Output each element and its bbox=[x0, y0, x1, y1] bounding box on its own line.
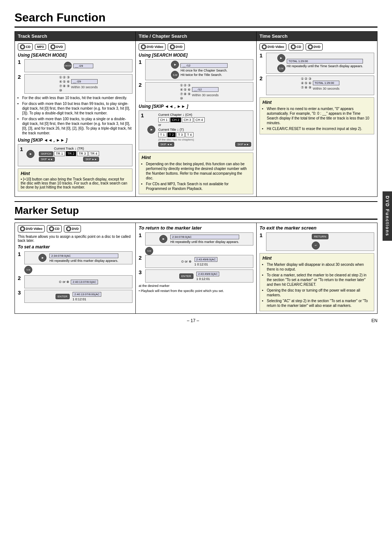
skip-next-btn2: SKIP ►► bbox=[235, 142, 251, 147]
dvd-badge4: DVD bbox=[64, 225, 81, 232]
time-step1-img: ▶ S.M TOTAL 1:29:00 Hit repeatedly until… bbox=[266, 53, 374, 74]
return-step2-time: 1 0:12:01 bbox=[195, 263, 218, 266]
marker-return-col: To return to the marker later 1 ▶ 2:34:0… bbox=[136, 223, 257, 313]
marker-step3-time: 1 0:12:01 bbox=[73, 297, 101, 301]
return-marker-heading: To return to the marker later bbox=[139, 225, 253, 231]
title-skip-heading: Using [SKIP ◄◄ , ►► ] bbox=[139, 104, 253, 109]
title-skip-area: 1 ▶ Current Chapter ↓ (CH) CH 1 bbox=[139, 110, 253, 150]
mp3-badge: MP3 bbox=[35, 44, 46, 50]
marker-set-step3-display: 2:40:13:07/8:00(AC bbox=[73, 292, 101, 297]
return-step1-note: Hit repeatedly until this marker display… bbox=[170, 240, 239, 244]
track-step2: 2 ① ② ③ ④ ⑤ ⑥ ⑦ ⑧ ⑨ bbox=[18, 74, 132, 94]
time-hint-bullets: When there is no need to enter a number,… bbox=[262, 106, 371, 131]
dvd-badge: DVD bbox=[48, 43, 65, 50]
marker-cols: DVD Video CD DVD This feature allows you… bbox=[15, 223, 377, 314]
play-btn-marker1: ▶ bbox=[38, 254, 46, 262]
skip-prev-btn: SKIP ◄◄ bbox=[39, 157, 55, 162]
play-btn-title2: ▶ bbox=[147, 126, 155, 134]
return-step1-display: 2:34:07/8:0(AC bbox=[170, 235, 239, 239]
playback-note: • Playback will restart from the specifi… bbox=[139, 289, 253, 293]
marker-set-col: DVD Video CD DVD This feature allows you… bbox=[15, 223, 136, 313]
skip-ch-btn: SKIP/CH bbox=[39, 151, 53, 156]
title-hint-bullets: Depending on the disc being played, this… bbox=[142, 162, 250, 191]
time-within-note: Within 30 seconds bbox=[313, 87, 340, 90]
t-track-row: T 1 T 2 T 3 T 4 bbox=[158, 132, 251, 137]
title-step2-img: ① ② ③ ④ ⑤ ⑥ ⑦ ⑧ ⑨ ⑩ __ /12 Within 30 sec… bbox=[145, 82, 253, 102]
time-search-media-icons: DVD Video CD DVD bbox=[260, 43, 374, 50]
title-chapter-body: DVD Video DVD Using [SEARCH MODE] 1 ▶ S.… bbox=[136, 41, 256, 196]
track-search-header: Track Search bbox=[15, 32, 135, 41]
track-skip-area: 1 ▶ Current Track ↓ (TR) SKIP/CH bbox=[18, 144, 132, 166]
or-label: or bbox=[158, 123, 251, 127]
marker-intro: This feature allows you to assign a spec… bbox=[18, 235, 132, 243]
play-btn-title1: ▶ bbox=[171, 61, 179, 69]
dvd-disc-icon2 bbox=[170, 44, 175, 49]
marker-return-step3: 3 ENTER 2:43:49/8:0(AC 1 0:12:01 bbox=[139, 269, 253, 283]
track-bullets: For the disc with less than 10 tracks, h… bbox=[18, 96, 132, 135]
marker-set-step3: 3 ENTER 2:40:13:07/8:00(AC 1 0:12:01 bbox=[18, 290, 132, 303]
current-ch-label: Current Chapter ↓ (CH) bbox=[158, 113, 251, 117]
return-step3-display: 2:43:49/8:0(AC bbox=[196, 272, 220, 276]
return-round-btn: ↩ bbox=[312, 241, 320, 249]
track-step2-display: __ /29 bbox=[71, 79, 98, 84]
skip-next-btn: SKIP ►► bbox=[83, 157, 99, 162]
title-step1-img: ▶ S.M __ /12 Hit once for the Chapter Se… bbox=[145, 59, 253, 80]
marker-set-step1-note: Hit repeatedly until this marker display… bbox=[49, 259, 118, 263]
dvd-badge3: DVD bbox=[306, 43, 323, 50]
dvdv-disc-icon bbox=[141, 44, 146, 49]
page-title: Search Function bbox=[15, 11, 377, 28]
return-btn-exit: RETURN bbox=[312, 234, 328, 239]
title-chapter-header: Title / Chapter Search bbox=[136, 32, 256, 41]
marker-return-step2: 2 ⊙ or ⊕ 2:43:49/8:0(AC 1 0:12:01 bbox=[139, 255, 253, 268]
track-search-mode-heading: Using [SEARCH MODE] bbox=[18, 53, 132, 58]
title-chapter-col: Title / Chapter Search DVD Video DVD Usi… bbox=[136, 32, 257, 196]
return-step3-time: 1 0:12:01 bbox=[196, 277, 220, 281]
search-mode-btn: S.MODE bbox=[64, 62, 72, 70]
dvd-disc-icon3 bbox=[308, 44, 313, 49]
ch-track-row: CH 1 CH 2 CH 3 CH 4 bbox=[158, 117, 251, 122]
time-step2-display: TOTAL 1:29:00 bbox=[313, 81, 340, 85]
current-track-label: Current Track ↓ (TR) bbox=[39, 146, 99, 150]
dvdv-badge2: DVD Video bbox=[260, 43, 286, 50]
dvd-disc-icon bbox=[50, 44, 56, 49]
play-btn-time1: ▶ bbox=[277, 54, 285, 62]
time-search-header: Time Search bbox=[257, 32, 377, 41]
time-hint: Hint When there is no need to enter a nu… bbox=[260, 97, 374, 134]
time-step2-img: ① ② ③ ④ ⑤ ⑥ ⑦ ⑧ ⑨ TOTAL 1:29:00 Within 3… bbox=[266, 76, 374, 95]
track-hint-title: Hint bbox=[21, 171, 130, 176]
time-search-col: Time Search DVD Video CD DVD 1 bbox=[257, 32, 377, 196]
side-tab: DVD Functions bbox=[383, 191, 392, 241]
title-chapter-mode-heading: Using [SEARCH MODE] bbox=[139, 53, 253, 58]
cd-badge2: CD bbox=[289, 43, 303, 50]
title-hint: Hint Depending on the disc being played,… bbox=[139, 153, 253, 194]
title-step1-display: __ /12 bbox=[180, 63, 227, 68]
track-step2-img: ① ② ③ ④ ⑤ ⑥ ⑦ ⑧ ⑨ ⑩ bbox=[24, 74, 132, 94]
set-marker-heading: To set a marker bbox=[18, 244, 132, 249]
cd-badge3: CD bbox=[47, 225, 62, 232]
track-hint-text: • [+10] button can also bring the Track … bbox=[21, 177, 130, 189]
marker-return-step1: 1 ▶ 2:34:07/8:0(AC Hit repeatedly until … bbox=[139, 232, 253, 245]
cd-disc-icon bbox=[20, 44, 25, 49]
search-mode-btn-return: S.M bbox=[145, 247, 153, 255]
within-note: Within 30 seconds bbox=[71, 85, 98, 89]
cd-badge: CD bbox=[18, 43, 33, 50]
search-mode-btn2: S.M bbox=[171, 71, 179, 79]
play-btn-track: ▶ bbox=[26, 150, 34, 158]
marker-exit-col: To exit the marker screen 1 RETURN ↩ Hin… bbox=[257, 223, 377, 313]
track-step1: 1 S.MODE __ /29 bbox=[18, 59, 132, 72]
marker-media-icons: DVD Video CD DVD bbox=[18, 225, 132, 232]
marker-section: Marker Setup DVD Video CD DVD This featu… bbox=[15, 205, 377, 314]
marker-exit-step1: 1 RETURN ↩ bbox=[260, 232, 374, 251]
title-step2-display: __ /12 bbox=[192, 87, 219, 92]
track-step1-img: S.MODE __ /29 bbox=[24, 59, 132, 72]
exit-hint-bullets: The Marker display will disappear in abo… bbox=[262, 262, 371, 308]
track-hint: Hint • [+10] button can also bring the T… bbox=[18, 169, 132, 191]
page-footer: – 17 – EN bbox=[15, 318, 377, 323]
track-search-media-icons: CD MP3 DVD bbox=[18, 43, 132, 50]
exit-hint-title: Hint bbox=[262, 255, 371, 261]
dvdv-badge: DVD Video bbox=[139, 43, 166, 50]
time-step1-note: Hit repeatedly until the Time Search dis… bbox=[287, 64, 363, 68]
enter-btn-return: ENTER bbox=[179, 273, 193, 279]
marker-set-step2-display: 2:40:13:07/8:0(AC bbox=[71, 280, 98, 284]
time-step1-display: TOTAL 1:29:00 bbox=[287, 59, 363, 64]
